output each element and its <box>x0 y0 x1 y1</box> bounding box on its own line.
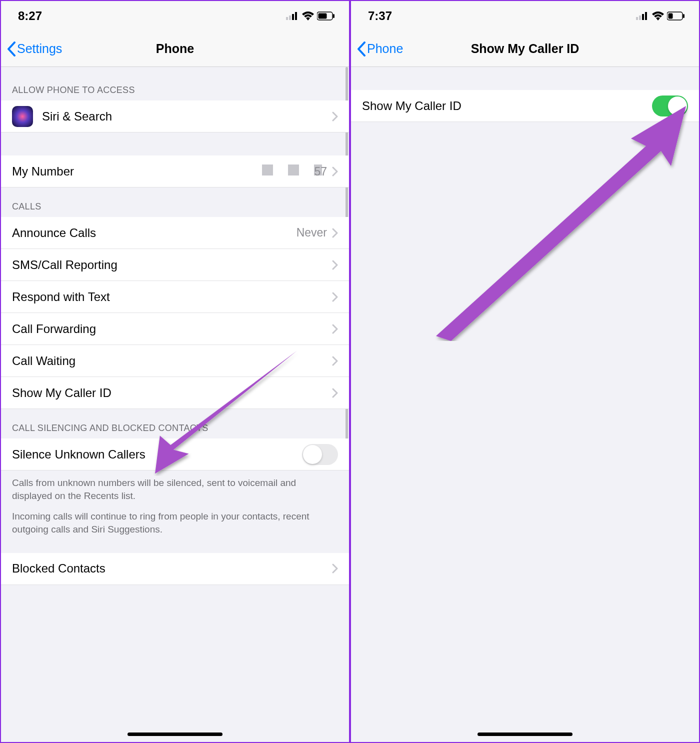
battery-icon <box>667 12 685 20</box>
wifi-icon <box>302 12 314 20</box>
svg-rect-10 <box>645 12 647 20</box>
back-button[interactable]: Phone <box>357 42 403 56</box>
chevron-right-icon <box>332 112 338 122</box>
row-call-waiting[interactable]: Call Waiting <box>1 345 349 377</box>
svg-rect-13 <box>683 14 684 18</box>
row-label: My Number <box>12 164 262 178</box>
row-value: 57 <box>262 164 327 178</box>
chevron-right-icon <box>332 356 338 366</box>
row-label: Respond with Text <box>12 290 332 304</box>
section-header-silencing: CALL SILENCING AND BLOCKED CONTACTS <box>1 409 349 438</box>
battery-icon <box>317 12 335 20</box>
status-bar: 7:37 <box>351 1 699 31</box>
chevron-left-icon <box>7 42 16 56</box>
chevron-right-icon <box>332 324 338 334</box>
chevron-right-icon <box>332 564 338 574</box>
siri-icon <box>12 106 33 127</box>
redacted-number <box>262 164 309 176</box>
section-header-calls: CALLS <box>1 188 349 217</box>
svg-rect-9 <box>642 14 644 20</box>
chevron-right-icon <box>332 166 338 176</box>
footer-note-1: Calls from unknown numbers will be silen… <box>1 470 349 508</box>
row-value: Never <box>296 226 327 240</box>
home-indicator <box>478 732 572 736</box>
nav-bar: Phone Show My Caller ID <box>351 31 699 67</box>
row-label: Call Waiting <box>12 354 332 368</box>
svg-rect-5 <box>318 14 327 19</box>
row-my-number[interactable]: My Number 57 <box>1 156 349 188</box>
svg-rect-7 <box>636 17 638 20</box>
footer-note-2: Incoming calls will continue to ring fro… <box>1 508 349 542</box>
svg-rect-12 <box>668 14 673 19</box>
phone-screenshot-right: 7:37 Phone Show My Caller ID Show My Cal… <box>350 0 700 743</box>
status-bar: 8:27 <box>1 1 349 31</box>
row-label: Show My Caller ID <box>12 386 332 400</box>
cellular-icon <box>286 12 299 20</box>
row-label: Announce Calls <box>12 226 296 240</box>
chevron-right-icon <box>332 292 338 302</box>
back-label: Phone <box>367 42 403 56</box>
row-siri-search[interactable]: Siri & Search <box>1 100 349 132</box>
row-label: Call Forwarding <box>12 322 332 336</box>
svg-rect-1 <box>289 16 291 20</box>
row-announce-calls[interactable]: Announce Calls Never <box>1 217 349 249</box>
row-label: Siri & Search <box>42 110 332 124</box>
toggle-silence-unknown[interactable] <box>302 444 338 465</box>
section-header-access: ALLOW PHONE TO ACCESS <box>1 67 349 100</box>
row-blocked-contacts[interactable]: Blocked Contacts <box>1 553 349 585</box>
row-silence-unknown-callers[interactable]: Silence Unknown Callers <box>1 438 349 470</box>
chevron-right-icon <box>332 260 338 270</box>
svg-rect-2 <box>292 14 294 20</box>
svg-rect-0 <box>286 17 288 20</box>
row-show-my-caller-id[interactable]: Show My Caller ID <box>1 377 349 409</box>
annotation-arrow <box>416 101 696 341</box>
row-label: Blocked Contacts <box>12 562 332 576</box>
chevron-right-icon <box>332 228 338 238</box>
wifi-icon <box>652 12 664 20</box>
status-time: 8:27 <box>18 9 42 23</box>
row-label: Silence Unknown Callers <box>12 448 302 462</box>
nav-title: Show My Caller ID <box>351 42 699 56</box>
chevron-left-icon <box>357 42 366 56</box>
svg-rect-3 <box>295 12 297 20</box>
row-label: Show My Caller ID <box>362 99 652 113</box>
cellular-icon <box>636 12 649 20</box>
svg-rect-6 <box>333 14 334 18</box>
row-call-forwarding[interactable]: Call Forwarding <box>1 313 349 345</box>
back-button[interactable]: Settings <box>7 42 62 56</box>
row-show-my-caller-id[interactable]: Show My Caller ID <box>351 90 699 122</box>
toggle-show-caller-id[interactable] <box>652 96 688 116</box>
status-time: 7:37 <box>368 9 392 23</box>
chevron-right-icon <box>332 388 338 398</box>
svg-rect-8 <box>639 16 641 20</box>
row-sms-call-reporting[interactable]: SMS/Call Reporting <box>1 249 349 281</box>
nav-bar: Settings Phone <box>1 31 349 67</box>
back-label: Settings <box>17 42 62 56</box>
row-respond-with-text[interactable]: Respond with Text <box>1 281 349 313</box>
phone-screenshot-left: 8:27 Settings Phone ALLOW PHONE TO ACCES… <box>0 0 350 743</box>
row-label: SMS/Call Reporting <box>12 258 332 272</box>
home-indicator <box>128 732 222 736</box>
